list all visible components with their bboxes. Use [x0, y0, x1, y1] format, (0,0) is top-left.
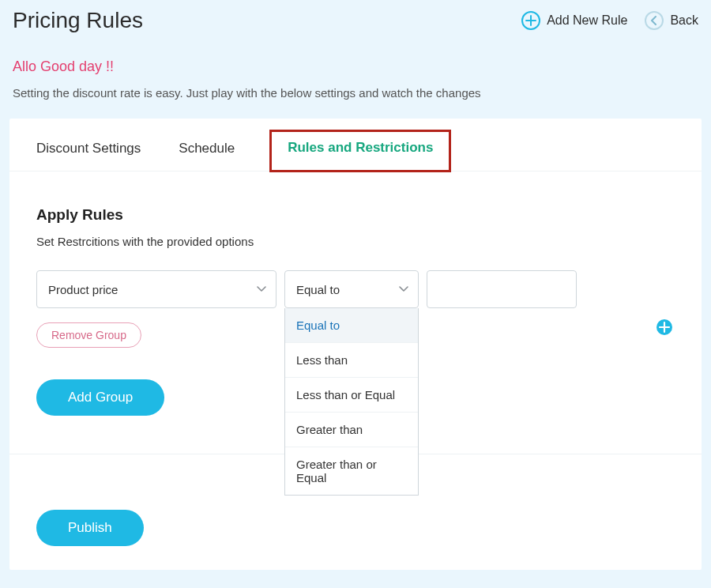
operator-option[interactable]: Less than or Equal	[285, 378, 418, 413]
back-button[interactable]: Back	[645, 11, 698, 30]
add-rule-button[interactable]	[656, 318, 673, 336]
page-title: Pricing Rules	[13, 8, 143, 33]
plus-circle-icon	[521, 11, 540, 30]
rule-field-value: Product price	[48, 283, 118, 296]
tab-rules-and-restrictions[interactable]: Rules and Restrictions	[269, 130, 451, 172]
operator-dropdown: Equal to Less than Less than or Equal Gr…	[284, 308, 419, 496]
chevron-down-icon	[399, 286, 408, 292]
operator-option[interactable]: Greater than or Equal	[285, 447, 418, 495]
rule-field-select[interactable]: Product price	[36, 270, 276, 308]
operator-option[interactable]: Greater than	[285, 413, 418, 447]
page-header: Pricing Rules Add New Rule Back	[0, 0, 711, 40]
add-group-button[interactable]: Add Group	[36, 379, 164, 416]
rules-panel: Apply Rules Set Restrcitions with the pr…	[9, 172, 702, 416]
rule-operator-select[interactable]: Equal to	[284, 270, 419, 308]
header-actions: Add New Rule Back	[521, 11, 698, 30]
intro-section: Allo Good day !! Setting the discount ra…	[0, 40, 711, 119]
rule-operator-value: Equal to	[296, 283, 340, 296]
rule-value-input[interactable]	[427, 270, 577, 308]
rule-row: Product price Equal to Equal to	[36, 270, 675, 308]
back-label: Back	[670, 13, 698, 28]
add-new-rule-button[interactable]: Add New Rule	[521, 11, 627, 30]
greeting-text: Allo Good day !!	[13, 58, 698, 75]
operator-option[interactable]: Equal to	[285, 308, 418, 343]
intro-subtext: Setting the discount rate is easy. Just …	[13, 86, 698, 100]
add-new-rule-label: Add New Rule	[547, 13, 627, 28]
tab-discount-settings[interactable]: Discount Settings	[33, 136, 144, 171]
remove-group-button[interactable]: Remove Group	[36, 322, 141, 348]
chevron-left-icon	[645, 11, 664, 30]
operator-option[interactable]: Less than	[285, 343, 418, 378]
tabs-bar: Discount Settings Schedule Rules and Res…	[9, 119, 702, 172]
tab-schedule[interactable]: Schedule	[175, 136, 238, 171]
rule-operator-wrapper: Equal to Equal to Less than Less than or…	[284, 270, 419, 308]
apply-rules-subtitle: Set Restrcitions with the provided optio…	[36, 235, 675, 248]
apply-rules-title: Apply Rules	[36, 206, 675, 224]
publish-button[interactable]: Publish	[36, 510, 144, 546]
plus-circle-filled-icon	[656, 318, 673, 336]
chevron-down-icon	[257, 286, 266, 292]
tab-rules-label: Rules and Restrictions	[273, 134, 447, 167]
main-card: Discount Settings Schedule Rules and Res…	[9, 119, 702, 570]
